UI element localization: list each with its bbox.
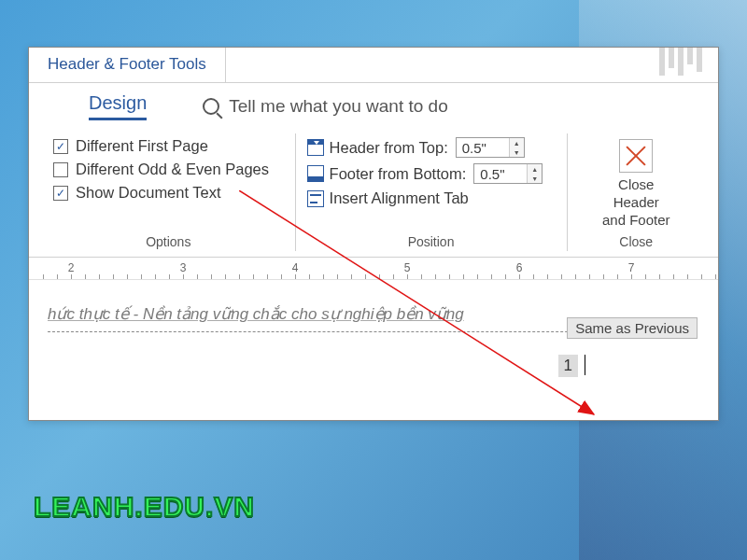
text-cursor [585, 355, 585, 375]
ruler-tick [477, 274, 478, 279]
ruler-tick [323, 274, 324, 279]
ruler-tick [197, 274, 198, 279]
ruler-tick [99, 274, 100, 279]
insert-alignment-tab-button[interactable]: Insert Alignment Tab [307, 189, 556, 207]
ruler-tick [463, 274, 464, 279]
ruler-tick [435, 274, 436, 279]
spinner-value[interactable]: 0.5" [474, 164, 527, 183]
ruler-tick [113, 274, 114, 279]
checkbox-different-odd-even[interactable]: Different Odd & Even Pages [53, 161, 284, 178]
close-button-label: Close Headerand Footer [596, 176, 678, 229]
ruler-tick [547, 274, 548, 279]
ruler-tick [421, 274, 422, 279]
title-bar: Header & Footer Tools [29, 48, 718, 83]
word-window: Header & Footer Tools Design Tell me wha… [28, 47, 719, 421]
header-from-top-row: Header from Top: 0.5" ▲ ▼ [307, 137, 556, 158]
footer-from-bottom-spinner[interactable]: 0.5" ▲ ▼ [473, 163, 543, 184]
spinner-up[interactable]: ▲ [528, 164, 542, 174]
ruler-tick [659, 274, 660, 279]
checkbox-show-document-text[interactable]: ✓ Show Document Text [53, 184, 284, 202]
insert-alignment-label: Insert Alignment Tab [330, 189, 469, 207]
ruler-tick [281, 274, 282, 279]
ruler-tick [225, 274, 226, 279]
checkbox-icon [53, 162, 68, 177]
checkbox-label: Different Odd & Even Pages [76, 161, 269, 178]
checkbox-label: Show Document Text [76, 184, 221, 202]
ruler-tick [211, 274, 212, 279]
ruler-tick [57, 274, 58, 279]
footer-from-bottom-row: Footer from Bottom: 0.5" ▲ ▼ [307, 163, 556, 184]
header-separator [48, 331, 647, 332]
footer-position-icon [307, 165, 324, 182]
ruler-tick [365, 274, 366, 279]
document-area[interactable]: hức thực tế - Nền tảng vững chắc cho sự … [29, 280, 718, 420]
group-label-close: Close [579, 229, 695, 249]
watermark-logo: LEANH.EDU.VN [34, 491, 255, 523]
spinner-value[interactable]: 0.5" [457, 138, 509, 157]
ruler-tick [407, 274, 408, 279]
ruler-mark: 3 [180, 261, 187, 274]
ruler-tick [589, 274, 590, 279]
ruler-tick [309, 274, 310, 279]
ruler-tick [673, 274, 674, 279]
ruler-tick [645, 274, 646, 279]
ruler-tick [295, 274, 296, 279]
ruler-tick [43, 274, 44, 279]
ribbon-tabs-row: Design Tell me what you want to do [42, 83, 705, 126]
tell-me-search[interactable]: Tell me what you want to do [203, 96, 447, 117]
ruler-tick [701, 274, 702, 279]
same-as-previous-tag[interactable]: Same as Previous [567, 317, 698, 339]
ruler-tick [239, 274, 240, 279]
ruler-tick [575, 274, 576, 279]
ruler-mark: 6 [516, 261, 523, 274]
alignment-tab-icon [307, 190, 324, 207]
ribbon: Design Tell me what you want to do ✓ Dif… [29, 83, 718, 258]
ruler-tick [183, 274, 184, 279]
ruler-tick [169, 274, 170, 279]
ruler-tick [491, 274, 492, 279]
ruler[interactable]: 2 3 4 5 6 7 [29, 258, 718, 280]
ruler-tick [449, 274, 450, 279]
spinner-down[interactable]: ▼ [510, 147, 524, 157]
close-header-footer-button[interactable] [619, 139, 653, 173]
ruler-tick [141, 274, 142, 279]
tell-me-placeholder: Tell me what you want to do [229, 96, 447, 117]
ruler-tick [715, 274, 716, 279]
ruler-tick [253, 274, 254, 279]
ruler-tick [393, 274, 394, 279]
ruler-tick [533, 274, 534, 279]
title-corner-decor [643, 48, 718, 83]
ruler-tick [561, 274, 562, 279]
ruler-tick [337, 274, 338, 279]
ruler-tick [519, 274, 520, 279]
tab-design[interactable]: Design [89, 92, 147, 120]
ruler-tick [379, 274, 380, 279]
ribbon-groups: ✓ Different First Page Different Odd & E… [42, 126, 705, 251]
ruler-tick [155, 274, 156, 279]
checkbox-icon: ✓ [53, 139, 68, 154]
page-number-field[interactable]: 1 [558, 355, 578, 377]
checkbox-different-first-page[interactable]: ✓ Different First Page [53, 137, 284, 155]
footer-from-bottom-label: Footer from Bottom: [330, 165, 467, 183]
ruler-tick [127, 274, 128, 279]
group-position: Header from Top: 0.5" ▲ ▼ Footer from Bo… [296, 133, 568, 251]
ruler-tick [351, 274, 352, 279]
ruler-tick [85, 274, 86, 279]
ruler-mark: 7 [628, 261, 635, 274]
search-icon [203, 98, 219, 115]
group-label-position: Position [307, 229, 556, 249]
spinner-down[interactable]: ▼ [528, 174, 542, 183]
ruler-tick [687, 274, 688, 279]
ruler-tick [71, 274, 72, 279]
ruler-tick [603, 274, 604, 279]
header-from-top-spinner[interactable]: 0.5" ▲ ▼ [456, 137, 525, 158]
group-label-options: Options [53, 229, 284, 249]
contextual-tab-title: Header & Footer Tools [29, 48, 226, 82]
group-close: Close Headerand Footer Close [568, 133, 706, 251]
ruler-mark: 4 [292, 261, 299, 274]
header-position-icon [307, 139, 324, 156]
checkbox-label: Different First Page [76, 137, 208, 155]
spinner-up[interactable]: ▲ [510, 138, 524, 147]
group-options: ✓ Different First Page Different Odd & E… [42, 133, 296, 251]
ruler-tick [267, 274, 268, 279]
